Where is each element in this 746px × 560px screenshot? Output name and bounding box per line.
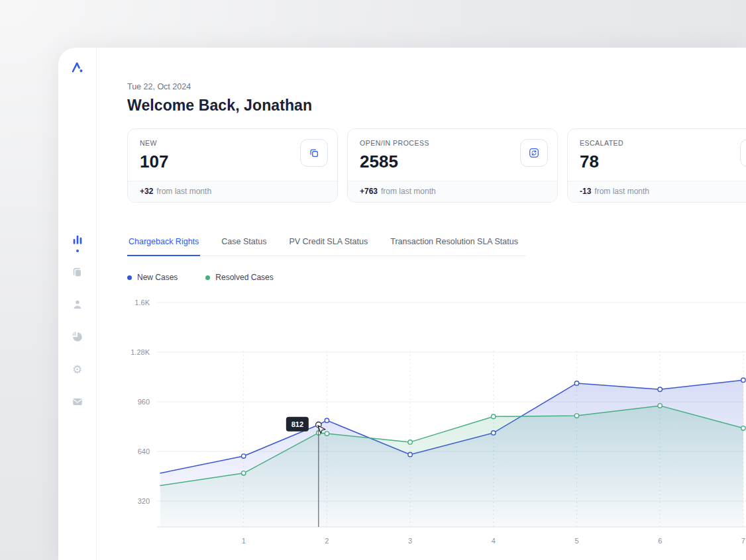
svg-text:4: 4	[492, 537, 496, 545]
sidebar-item-inbox[interactable]	[71, 395, 84, 408]
svg-text:812: 812	[292, 420, 303, 428]
svg-text:5: 5	[574, 537, 578, 545]
tab-chargeback-rights[interactable]: Chargeback Rights	[127, 237, 200, 256]
chart-area: 1.6K1.28K9606403201234567812	[123, 295, 746, 557]
gear-icon: ⚙	[72, 364, 82, 375]
sidebar: ⚙	[58, 48, 97, 560]
svg-text:320: 320	[138, 497, 150, 505]
app-window: ⚙ Tue 22, Oct 2024 Welcome Back, Jonatha…	[58, 48, 746, 560]
stat-value: 2585	[360, 152, 429, 172]
chart-legend: New Cases Resolved Cases	[127, 273, 746, 282]
sidebar-item-documents[interactable]	[71, 265, 84, 279]
stat-label: OPEN/IN PROCESS	[360, 139, 429, 147]
svg-text:1: 1	[242, 537, 246, 545]
svg-text:1.6K: 1.6K	[134, 299, 150, 306]
sidebar-item-reports[interactable]	[71, 330, 84, 344]
svg-text:1.28K: 1.28K	[131, 348, 150, 356]
sync-icon-button[interactable]	[520, 139, 548, 167]
main-content: Tue 22, Oct 2024 Welcome Back, Jonathan …	[97, 48, 746, 560]
copy-docs-icon	[72, 266, 83, 278]
svg-text:7: 7	[741, 537, 745, 545]
legend-dot-green	[205, 275, 210, 280]
tab-pv-credit-sla-status[interactable]: PV Credit SLA Status	[288, 237, 369, 256]
sidebar-item-customers[interactable]	[71, 298, 84, 311]
sidebar-nav: ⚙	[71, 233, 84, 408]
sidebar-item-analytics[interactable]	[71, 233, 84, 246]
svg-text:3: 3	[408, 537, 412, 545]
bar-chart-icon	[72, 234, 83, 246]
chart-tabs: Chargeback Rights Case Status PV Credit …	[127, 237, 526, 256]
chart-svg[interactable]: 1.6K1.28K9606403201234567812	[123, 295, 746, 555]
stat-delta: +32from last month	[128, 181, 337, 202]
mail-icon	[72, 396, 83, 408]
tab-case-status[interactable]: Case Status	[220, 237, 268, 256]
stat-label: ESCALATED	[580, 139, 623, 147]
stat-label: NEW	[140, 139, 168, 147]
stat-delta: -13from last month	[568, 181, 746, 202]
svg-text:640: 640	[138, 447, 150, 455]
stat-card-open-in-process: OPEN/IN PROCESS 2585 +763from last month	[347, 128, 558, 203]
tab-transaction-resolution-sla-status[interactable]: Transaction Resolution SLA Status	[389, 237, 519, 256]
legend-item-resolved-cases[interactable]: Resolved Cases	[205, 273, 273, 282]
current-date: Tue 22, Oct 2024	[127, 82, 746, 91]
stat-value: 78	[580, 152, 623, 172]
sidebar-item-settings[interactable]: ⚙	[71, 363, 84, 376]
escalate-icon-button[interactable]	[740, 139, 746, 167]
legend-dot-blue	[127, 275, 132, 280]
stat-cards-row: NEW 107 +32from last month OPEN/IN PROCE…	[127, 128, 746, 203]
user-icon	[72, 299, 83, 310]
svg-text:960: 960	[138, 398, 150, 406]
stat-value: 107	[140, 152, 168, 172]
svg-text:2: 2	[325, 537, 329, 545]
app-logo-icon	[70, 60, 85, 75]
svg-text:6: 6	[658, 537, 662, 545]
copy-icon-button[interactable]	[300, 139, 328, 167]
legend-item-new-cases[interactable]: New Cases	[127, 273, 178, 282]
stat-card-escalated: ESCALATED 78 -13from last month	[567, 128, 746, 203]
page-title: Welcome Back, Jonathan	[127, 97, 746, 115]
copy-icon	[308, 147, 320, 159]
legend-label: New Cases	[137, 273, 178, 282]
sync-icon	[528, 147, 540, 159]
legend-label: Resolved Cases	[215, 273, 273, 282]
stat-delta: +763from last month	[348, 181, 557, 202]
stat-card-new: NEW 107 +32from last month	[127, 128, 338, 203]
pie-chart-icon	[72, 331, 83, 343]
